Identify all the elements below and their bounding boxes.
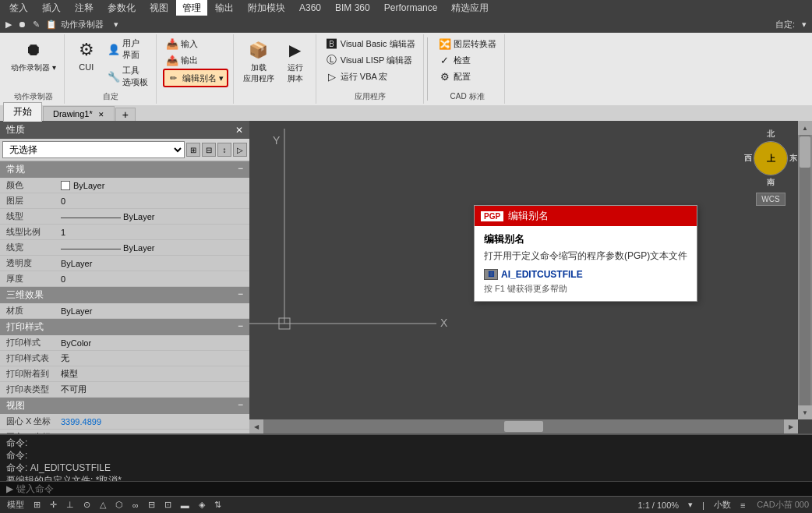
menu-annotate[interactable]: 注释 [69,0,100,16]
menu-performance[interactable]: Performance [378,1,444,15]
section-general-header[interactable]: 常规 − [0,161,249,178]
status-osnap[interactable]: △ [96,498,110,511]
qa-custom-dropdown[interactable]: ▾ [800,19,809,30]
edit-alias-dropdown: PGP 编辑别名 编辑别名 打开用于定义命令缩写的程序参数(PGP)文本文件 ▥… [474,205,697,302]
dropdown-header: PGP 编辑别名 [475,206,697,226]
layer-trans-btn[interactable]: 🔀 图层转换器 [436,36,500,51]
qa-dropdown[interactable]: ▾ [111,19,121,30]
v-scroll-thumb[interactable] [800,136,810,168]
menu-addons[interactable]: 附加模块 [242,0,291,16]
status-units[interactable]: 小数 [710,497,735,512]
section-3d-header[interactable]: 三维效果 − [0,287,249,303]
menu-view[interactable]: 视图 [143,0,175,16]
tab-add[interactable]: + [115,108,136,121]
edit-alias-btn[interactable]: ✏ 编辑别名 ▾ [163,69,228,87]
vb-editor-btn[interactable]: 🅱 Visual Basic 编辑器 [323,36,418,51]
prop-linetype: 线型 ——————— ByLayer [0,209,249,225]
export-btn[interactable]: 📤 输出 [163,52,228,68]
status-ortho[interactable]: ⊥ [62,498,78,511]
scroll-left-btn[interactable]: ◀ [249,419,263,433]
dropdown-pgp-icon: PGP [481,211,503,221]
load-app-btn[interactable]: 📦 加载 应用程序 [240,36,277,86]
run-vba-btn[interactable]: ▷ 运行 VBA 宏 [323,69,418,84]
ribbon-group-io: 📥 输入 📤 输出 ✏ 编辑别名 ▾ [158,34,234,104]
menu-params[interactable]: 参数化 [101,0,142,16]
command-area: 命令: 命令: 命令: AI_EDITCUSTFILE 要编辑的自定义文件: *… [0,433,812,496]
section-print-header[interactable]: 打印样式 − [0,319,249,335]
tab-drawing1[interactable]: Drawing1* ✕ [43,106,115,121]
custom-label: 自定: [775,19,795,30]
tab-start[interactable]: 开始 [3,102,42,122]
menu-a360[interactable]: A360 [293,1,327,15]
v-scroll-track[interactable] [800,135,810,405]
check-btn[interactable]: ✓ 检查 [436,52,500,68]
vlisp-icon: Ⓛ [326,54,338,66]
select-icon-4[interactable]: ▷ [233,143,247,157]
dropdown-body: 编辑别名 打开用于定义命令缩写的程序参数(PGP)文本文件 ▥ AI_EDITC… [475,226,697,301]
status-3dosnap[interactable]: ⬡ [111,498,127,511]
status-scale-dropdown[interactable]: ▾ [684,498,697,511]
ribbon-separator [427,37,428,101]
menu-bim360[interactable]: BIM 360 [329,1,376,15]
status-model[interactable]: 模型 [3,497,28,512]
select-icon-3[interactable]: ↕ [217,143,231,157]
prop-color: 颜色 ByLayer [0,178,249,193]
select-icon-1[interactable]: ⊞ [186,143,200,157]
menu-signin[interactable]: 签入 [3,0,34,16]
menu-insert[interactable]: 插入 [36,0,67,16]
section-view-header[interactable]: 视图 − [0,398,249,414]
selection-dropdown[interactable]: 无选择 [2,141,185,158]
layer-trans-icon: 🔀 [439,37,451,50]
status-sel[interactable]: ⇅ [210,498,225,511]
tab-close-icon[interactable]: ✕ [98,111,104,119]
svg-text:X: X [440,317,448,329]
status-ducs[interactable]: ⊟ [144,498,159,511]
status-polar[interactable]: ⊙ [79,498,94,511]
scroll-up-btn[interactable]: ▲ [798,121,812,135]
vlisp-editor-btn[interactable]: Ⓛ Visual LISP 编辑器 [323,52,418,68]
status-grid[interactable]: ⊞ [30,498,44,511]
menu-output[interactable]: 输出 [209,0,240,16]
cui-btn[interactable]: ⚙ CUI [71,36,102,73]
status-scale[interactable]: 1:1 / 100% [634,499,683,511]
qa-play-button[interactable]: ⏺ [16,19,29,30]
vertical-scrollbar[interactable]: ▲ ▼ [798,121,812,419]
qa-edit-button[interactable]: ✎ [30,19,42,30]
user-interface-btn[interactable]: 👤 用户 界面 [104,36,151,62]
ribbon-panel: ⏺ 动作录制器 ▾ 动作录制器 ⚙ CUI 👤 用户 界面 [0,33,812,105]
horizontal-scrollbar[interactable]: ◀ ▶ [249,419,798,433]
compass: 北 西 上 东 南 WCS [751,129,790,191]
tools-panel-btn[interactable]: 🔧 工具 选项板 [104,63,151,90]
menu-manage[interactable]: 管理 [176,0,207,16]
import-btn[interactable]: 📥 输入 [163,36,228,51]
menu-featured[interactable]: 精选应用 [445,0,495,16]
select-icon-2[interactable]: ⊟ [202,143,216,157]
config-btn[interactable]: ⚙ 配置 [436,69,500,84]
ribbon-group-apps: 🅱 Visual Basic 编辑器 Ⓛ Visual LISP 编辑器 ▷ 运… [318,34,424,104]
qa-copy-button[interactable]: 📋 [44,19,59,30]
status-snap[interactable]: ✛ [46,498,61,511]
run-script-btn[interactable]: ▶ 运行 脚本 [280,36,311,86]
status-tp[interactable]: ◈ [195,498,209,511]
cmd-icon: ▥ [484,269,498,280]
command-input[interactable] [16,483,806,494]
prop-material: 材质 ByLayer [0,303,249,319]
h-scroll-thumb[interactable] [504,421,543,432]
ribbon-group-customize: ⚙ CUI 👤 用户 界面 🔧 工具 选项板 自定 [66,34,157,104]
menu-bar: 签入 插入 注释 参数化 视图 管理 输出 附加模块 A360 BIM 360 … [0,0,812,16]
status-dyn[interactable]: ⊡ [161,498,175,511]
properties-scrollable[interactable]: 常规 − 颜色 ByLayer 图层 0 [0,161,249,433]
vba-icon: ▷ [326,70,338,83]
qa-record-button[interactable]: ▶ [3,19,14,30]
status-menu[interactable]: ≡ [736,499,749,511]
canvas-area[interactable]: Y X 北 西 上 东 [249,121,812,433]
action-recorder-btn[interactable]: ⏺ 动作录制器 ▾ [8,36,59,75]
color-swatch[interactable] [61,181,70,190]
panel-title: 性质 ✕ [0,121,249,139]
scroll-right-btn[interactable]: ▶ [784,419,798,433]
scroll-down-btn[interactable]: ▼ [798,405,812,419]
panel-close-icon[interactable]: ✕ [235,125,243,136]
status-otrack[interactable]: ∞ [129,499,143,511]
h-scroll-track[interactable] [263,419,784,433]
status-lw[interactable]: ▬ [177,499,193,511]
